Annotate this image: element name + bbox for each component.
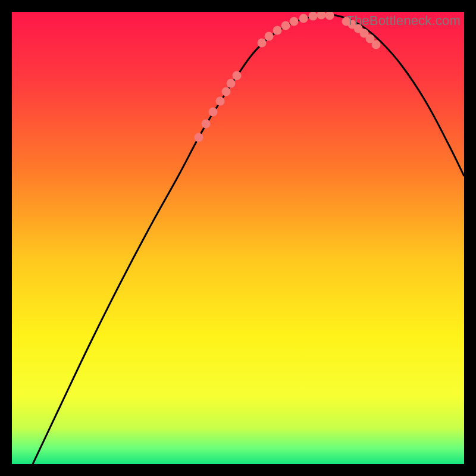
marker-group [195,12,381,142]
marker-point [209,108,218,117]
marker-point [195,133,203,142]
marker-point [309,12,318,21]
marker-point [222,87,231,96]
marker-point [372,40,381,49]
curve-layer [12,12,464,464]
marker-point [258,39,267,48]
marker-point [317,12,326,20]
marker-point [227,79,236,88]
marker-point [265,32,274,41]
chart-frame: TheBottleneck.com [12,12,464,464]
marker-point [325,12,334,20]
marker-point [216,97,225,106]
marker-point [233,71,242,80]
bottleneck-curve [33,15,464,464]
marker-point [273,26,282,35]
watermark-text: TheBottleneck.com [346,13,461,29]
marker-point [290,17,299,26]
marker-point [281,21,290,30]
marker-point [299,14,308,23]
marker-point [202,120,211,129]
